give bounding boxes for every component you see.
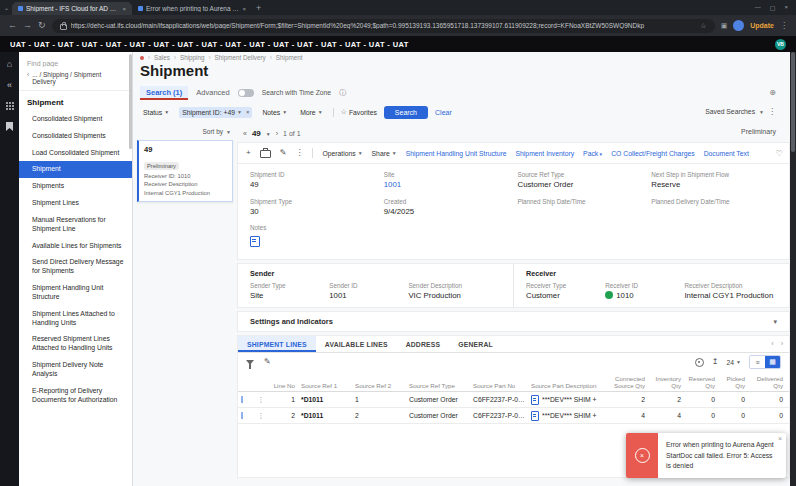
- share-menu[interactable]: Share▼: [372, 150, 397, 157]
- nav-menu-item[interactable]: Shipment: [19, 161, 132, 178]
- col-source-ref-1[interactable]: Source Ref 1: [298, 380, 352, 391]
- table-export-icon[interactable]: ↥: [712, 358, 719, 366]
- toolbar-link[interactable]: Shipment Handling Unit Structure: [406, 150, 507, 157]
- app-launcher-icon[interactable]: [6, 102, 14, 110]
- favorites-button[interactable]: ☆ Favorites: [341, 108, 377, 116]
- status-filter-chip[interactable]: Status▼: [140, 107, 172, 118]
- refresh-icon[interactable]: ↻: [38, 21, 46, 30]
- operations-menu[interactable]: Operations▼: [322, 150, 362, 157]
- col-source-ref-type[interactable]: Source Ref Type: [406, 380, 470, 391]
- edit-icon[interactable]: ✎: [280, 149, 287, 157]
- nav-menu-item[interactable]: Consolidated Shipment: [19, 111, 132, 128]
- chevron-down-icon[interactable]: ▾: [773, 318, 777, 326]
- url-bar[interactable]: https://dehc-uat.ifs.cloud/main/ifsappli…: [52, 19, 715, 33]
- col-source-part-desc[interactable]: Source Part Description: [528, 380, 606, 391]
- col-line-no[interactable]: Line No: [268, 380, 298, 391]
- nav-menu-item[interactable]: Shipment Lines: [19, 195, 132, 212]
- breadcrumb-item[interactable]: Shipment Delivery: [209, 54, 266, 61]
- toolbar-link[interactable]: Shipment Inventory: [516, 150, 575, 157]
- nav-menu-item[interactable]: Shipment Handling Unit Structure: [19, 280, 132, 306]
- maximize-button[interactable]: ▢: [770, 4, 776, 11]
- info-icon[interactable]: ⓘ: [339, 88, 346, 98]
- browser-tab-active[interactable]: Shipment - IFS Cloud for AD Sol... ×: [12, 2, 132, 15]
- current-record[interactable]: 49: [252, 129, 261, 138]
- page-size-selector[interactable]: 24▼: [726, 359, 741, 366]
- more-filters-chip[interactable]: More▼: [297, 107, 325, 118]
- search-tab[interactable]: Search (1): [140, 86, 188, 100]
- collapse-panel-icon[interactable]: «: [7, 81, 12, 90]
- new-tab-button[interactable]: +: [256, 3, 261, 13]
- breadcrumb-item[interactable]: Shipping: [174, 54, 205, 61]
- toolbar-link[interactable]: Pack: [583, 150, 602, 157]
- nav-menu-item[interactable]: Shipments: [19, 178, 132, 195]
- grid-view-icon[interactable]: ▦: [765, 356, 780, 368]
- user-avatar[interactable]: VB: [775, 39, 786, 50]
- tab-search-icon[interactable]: ⌄: [4, 4, 9, 11]
- tab-scroll-left-icon[interactable]: ‹: [771, 340, 773, 347]
- nav-menu-item[interactable]: Reserved Shipment Lines Attached to Hand…: [19, 331, 132, 357]
- toolbar-link[interactable]: CO Collect/Freight Charges: [611, 150, 694, 157]
- bookmarks-icon[interactable]: [6, 122, 13, 131]
- col-connected-source-qty[interactable]: Connected Source Qty: [606, 373, 648, 391]
- record-card[interactable]: 49 Preliminary Receiver ID: 1010 Receive…: [137, 140, 233, 202]
- row-checkbox[interactable]: [241, 396, 243, 403]
- detail-tab[interactable]: SHIPMENT LINES: [238, 336, 316, 352]
- table-row[interactable]: ⋮ 1 *D1011 1 Customer Order C6FF2237-P-0…: [238, 392, 789, 408]
- nav-menu-item[interactable]: Send Direct Delivery Message for Shipmen…: [19, 254, 132, 280]
- breadcrumb-item[interactable]: Sales: [148, 54, 170, 61]
- document-icon[interactable]: [531, 395, 539, 405]
- extensions-icon[interactable]: ▣: [721, 22, 728, 30]
- next-record-icon[interactable]: ›: [276, 130, 278, 137]
- tab-scroll-right-icon[interactable]: ›: [781, 340, 783, 347]
- document-icon[interactable]: [531, 411, 539, 421]
- close-window-button[interactable]: ×: [784, 4, 788, 11]
- col-picked-qty[interactable]: Picked Qty: [718, 373, 748, 391]
- find-page-input[interactable]: [19, 54, 125, 70]
- notes-icon[interactable]: [250, 236, 260, 247]
- bookmark-star-icon[interactable]: ☆: [700, 22, 706, 30]
- forward-icon[interactable]: →: [23, 21, 32, 30]
- detail-tab[interactable]: ADDRESS: [397, 336, 450, 352]
- col-reserved-qty[interactable]: Reserved Qty: [684, 373, 718, 391]
- table-settings-icon[interactable]: [695, 358, 704, 367]
- col-inventory-qty[interactable]: Inventory Qty: [648, 373, 684, 391]
- favorite-heart-icon[interactable]: ♡: [776, 149, 783, 158]
- table-edit-icon[interactable]: ✎: [264, 358, 271, 366]
- search-button[interactable]: Search: [384, 106, 428, 119]
- more-actions-icon[interactable]: ⋮: [295, 149, 303, 157]
- nav-menu-item[interactable]: Load Consolidated Shipment: [19, 145, 132, 162]
- row-menu-icon[interactable]: ⋮: [254, 412, 268, 420]
- nav-context[interactable]: ‹ ... / Shipping / Shipment Delivery: [19, 70, 132, 91]
- pin-icon[interactable]: ⊕: [769, 88, 776, 97]
- table-row[interactable]: ⋮ 2 *D1011 2 Customer Order C6FF2237-P-0…: [238, 408, 789, 424]
- back-chevron-icon[interactable]: ‹: [27, 71, 29, 85]
- col-source-part-no[interactable]: Source Part No: [470, 380, 528, 391]
- browser-update-button[interactable]: Update: [750, 22, 774, 29]
- page-scrollbar[interactable]: [790, 52, 796, 486]
- row-menu-icon[interactable]: ⋮: [254, 396, 268, 404]
- saved-searches[interactable]: Saved Searches ▼ ⋮: [705, 107, 776, 116]
- minimize-button[interactable]: —: [755, 4, 761, 11]
- url-text[interactable]: https://dehc-uat.ifs.cloud/main/ifsappli…: [71, 22, 697, 29]
- nav-menu-item[interactable]: Shipment Lines Attached to Handling Unit…: [19, 306, 132, 332]
- list-view-icon[interactable]: ≡: [750, 356, 765, 368]
- home-icon[interactable]: ⌂: [7, 60, 12, 69]
- new-record-icon[interactable]: +: [246, 149, 251, 157]
- timezone-toggle[interactable]: [238, 89, 254, 97]
- col-source-ref-2[interactable]: Source Ref 2: [352, 380, 406, 391]
- clear-button[interactable]: Clear: [435, 109, 452, 116]
- nav-menu-item[interactable]: Manual Reservations for Shipment Line: [19, 212, 132, 238]
- detail-tab[interactable]: GENERAL: [449, 336, 502, 352]
- browser-tab-inactive[interactable]: Error when printing to Aurena Te... ×: [132, 2, 252, 15]
- nav-menu-item[interactable]: Available Lines for Shipments: [19, 238, 132, 255]
- toast-close-icon[interactable]: ×: [778, 435, 782, 442]
- first-record-icon[interactable]: «: [243, 130, 247, 137]
- nav-menu-item[interactable]: Consolidated Shipments: [19, 128, 132, 145]
- filter-icon[interactable]: [246, 360, 254, 365]
- saved-searches-menu-icon[interactable]: ⋮: [768, 107, 776, 116]
- print-icon[interactable]: [260, 150, 271, 158]
- detail-tab[interactable]: AVAILABLE LINES: [316, 336, 397, 352]
- tab-close-icon[interactable]: ×: [243, 6, 247, 12]
- toolbar-link[interactable]: Document Text: [704, 150, 749, 157]
- back-icon[interactable]: ←: [8, 21, 17, 30]
